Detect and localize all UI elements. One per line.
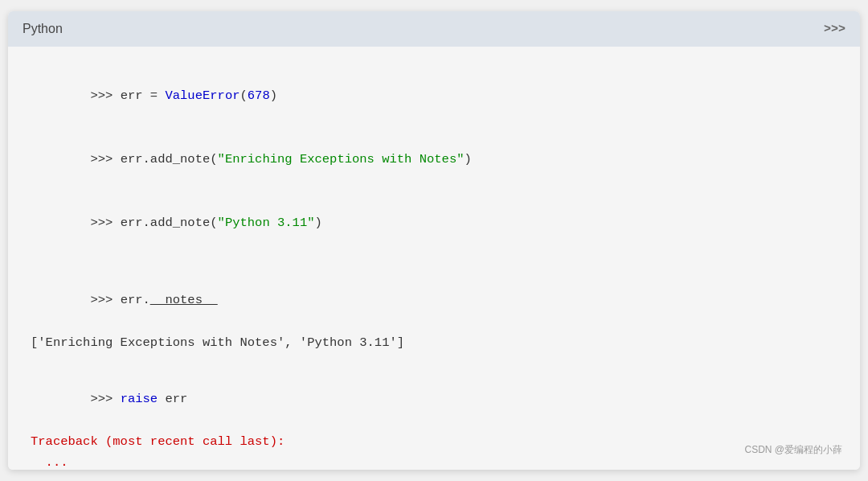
code-line-1: >>> err = ValueError(678) [31, 64, 837, 128]
string-2: "Python 3.11" [218, 216, 315, 230]
string-1: "Enriching Exceptions with Notes" [218, 152, 465, 166]
blank-1 [31, 255, 837, 269]
ellipsis-line: ... [31, 452, 837, 470]
main-window: Python >>> >>> err = ValueError(678) >>>… [8, 11, 860, 470]
var-err: err [121, 88, 150, 103]
footer-credit: CSDN @爱编程的小薛 [744, 443, 842, 457]
blank-2 [31, 354, 837, 368]
code-area: >>> err = ValueError(678) >>> err.add_no… [8, 47, 860, 470]
window-prompt: >>> [824, 23, 845, 36]
prompt-5: >>> [90, 392, 120, 406]
output-line-1: ['Enriching Exceptions with Notes', 'Pyt… [31, 332, 837, 353]
number-678: 678 [248, 88, 270, 103]
window-title: Python [23, 22, 63, 36]
keyword-raise: raise [121, 392, 166, 406]
prompt-1: >>> [90, 88, 120, 103]
code-window: Python >>> >>> err = ValueError(678) >>>… [8, 11, 860, 470]
prompt-3: >>> [90, 216, 120, 230]
class-valueerror: ValueError [165, 88, 240, 103]
code-line-2: >>> err.add_note("Enriching Exceptions w… [31, 128, 837, 191]
titlebar: Python >>> [8, 11, 860, 47]
prompt-4: >>> [90, 293, 120, 307]
code-line-5: >>> raise err [31, 368, 837, 431]
prompt-2: >>> [90, 152, 120, 166]
code-line-4: >>> err.__notes__ [31, 269, 837, 332]
code-line-3: >>> err.add_note("Python 3.11") [31, 191, 837, 255]
traceback-line: Traceback (most recent call last): [31, 431, 837, 452]
dunder-notes: __notes__ [150, 293, 218, 307]
